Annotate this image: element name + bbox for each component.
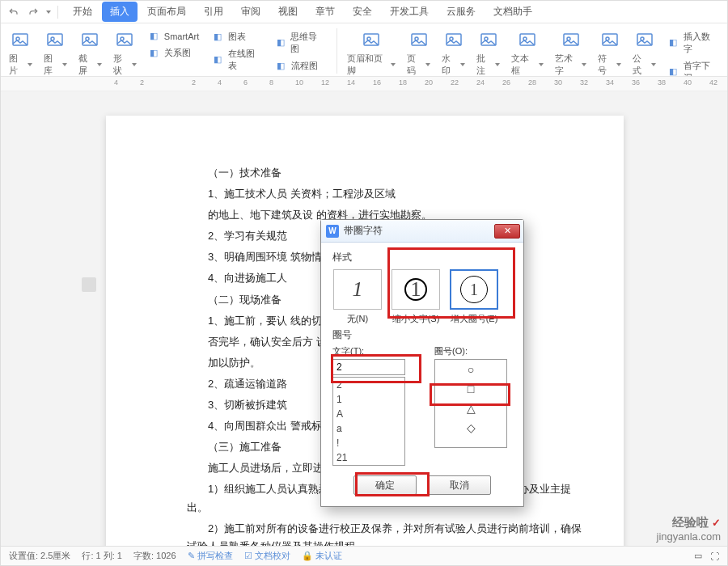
ruler-tick: 20	[425, 78, 433, 87]
style-label: 增大圈号(E)	[451, 313, 498, 325]
tab-引用[interactable]: 引用	[196, 2, 231, 22]
header-footer-label[interactable]: 页眉和页脚	[347, 53, 396, 77]
ruler-tick: 22	[451, 78, 459, 87]
ring-option[interactable]: ○	[435, 360, 506, 379]
quick-dropdown-icon[interactable]	[46, 11, 51, 14]
watermark-btn-icon[interactable]	[442, 28, 465, 51]
status-position: 行: 1 列: 1	[82, 550, 122, 562]
status-proof[interactable]: 文档校对	[255, 551, 290, 560]
cancel-button[interactable]: 取消	[428, 475, 491, 495]
tab-开发工具[interactable]: 开发工具	[382, 2, 437, 22]
ruler-tick: 2	[192, 78, 196, 87]
mindmap-button[interactable]: ◧思维导图	[275, 30, 327, 56]
shapes-icon[interactable]	[113, 28, 136, 51]
wordart-icon[interactable]	[560, 28, 582, 51]
text-option[interactable]: 21	[333, 450, 404, 465]
tab-开始[interactable]: 开始	[65, 2, 100, 22]
text-listbox[interactable]: 21Aa!21	[332, 377, 405, 466]
equation-icon[interactable]	[633, 28, 656, 51]
gallery-icon[interactable]	[44, 28, 66, 51]
symbol-icon[interactable]	[599, 28, 621, 51]
close-button[interactable]: ✕	[494, 224, 520, 239]
ring-option[interactable]: ◇	[435, 418, 506, 437]
ruler-tick: 32	[580, 78, 588, 87]
header-footer-icon[interactable]	[360, 28, 383, 51]
style-option-none[interactable]: 1无(N)	[332, 269, 383, 325]
tab-章节[interactable]: 章节	[307, 2, 343, 22]
ring-option[interactable]: △	[435, 399, 506, 418]
tab-云服务[interactable]: 云服务	[438, 2, 484, 22]
symbol-label[interactable]: 符号	[598, 53, 621, 77]
drop-cap-button[interactable]: ◧首字下沉	[667, 59, 719, 77]
online-chart-button[interactable]: ◧在线图表	[212, 47, 264, 73]
dialog-title: 带圈字符	[344, 224, 494, 238]
text-option[interactable]: 2	[333, 378, 404, 392]
online-chart-icon: ◧	[214, 54, 224, 65]
chart-button[interactable]: ◧图表	[212, 30, 248, 44]
status-wordcount[interactable]: 字数: 1026	[133, 550, 176, 562]
enclosure-section-label: 圈号	[332, 328, 512, 342]
text-option[interactable]: 1	[333, 392, 404, 407]
equation-label[interactable]: 公式	[633, 53, 656, 77]
relation-icon: ◧	[150, 48, 161, 59]
ruler-tick: 12	[321, 78, 329, 87]
status-auth[interactable]: 未认证	[315, 551, 342, 560]
status-setting: 设置值: 2.5厘米	[9, 550, 70, 562]
ok-button[interactable]: 确定	[353, 475, 417, 495]
view-icon[interactable]: ▭	[694, 551, 702, 561]
picture-label[interactable]: 图片	[9, 53, 32, 77]
ruler-tick: 36	[632, 78, 640, 87]
redo-icon[interactable]	[27, 6, 40, 19]
tab-页面布局[interactable]: 页面布局	[139, 2, 194, 22]
ring-label: 圈号(O):	[434, 345, 512, 357]
document-line: 2）施工前对所有的设备进行校正及保养，并对所有试验人员进行岗前培训，确保试验人员…	[187, 520, 591, 546]
undo-icon[interactable]	[7, 6, 20, 19]
fullscreen-icon[interactable]: ⛶	[710, 551, 719, 561]
insert-number-icon: ◧	[669, 37, 679, 49]
ruler-tick: 28	[528, 78, 536, 87]
text-option[interactable]: a	[333, 421, 404, 436]
wordart-label[interactable]: 艺术字	[555, 53, 587, 77]
style-option-big[interactable]: 1增大圈号(E)	[449, 269, 499, 325]
ruler-tick: 26	[502, 78, 510, 87]
gallery-label[interactable]: 图库	[44, 53, 67, 77]
ruler-tick: 24	[476, 78, 485, 87]
text-option[interactable]: A	[333, 407, 404, 421]
text-option[interactable]: !	[333, 436, 404, 450]
style-option-small[interactable]: 1缩小文字(S)	[391, 269, 441, 325]
page-number-icon[interactable]	[408, 28, 430, 51]
textbox-label[interactable]: 文本框	[511, 53, 544, 77]
relation-button[interactable]: ◧关系图	[148, 46, 193, 60]
ruler-tick: 2	[140, 78, 144, 87]
insert-number-button[interactable]: ◧插入数字	[667, 30, 719, 56]
ruler-tick: 8	[269, 78, 273, 87]
ruler-tick: 34	[606, 78, 614, 87]
comment-icon[interactable]	[477, 28, 500, 51]
flowchart-button[interactable]: ◧流程图	[275, 59, 320, 73]
ring-option[interactable]: □	[435, 379, 506, 399]
tab-视图[interactable]: 视图	[270, 2, 306, 22]
screenshot-label[interactable]: 截屏	[78, 53, 102, 77]
smartart-icon: ◧	[150, 31, 161, 42]
comment-label[interactable]: 批注	[476, 53, 500, 77]
shapes-label[interactable]: 形状	[113, 53, 137, 77]
ruler-tick: 30	[554, 78, 562, 87]
picture-icon[interactable]	[9, 28, 32, 51]
ruler-tick: 42	[709, 78, 717, 87]
ruler-tick: 40	[684, 78, 692, 87]
tab-安全[interactable]: 安全	[345, 2, 380, 22]
watermark-btn-label[interactable]: 水印	[442, 53, 465, 77]
textbox-icon[interactable]	[516, 28, 539, 51]
ring-listbox[interactable]: ○□△◇	[434, 359, 507, 448]
tab-审阅[interactable]: 审阅	[233, 2, 269, 22]
screenshot-icon[interactable]	[78, 28, 101, 51]
tab-文档助手[interactable]: 文档助手	[485, 2, 540, 22]
text-input[interactable]	[332, 359, 405, 375]
page-number-label[interactable]: 页码	[407, 53, 430, 77]
smartart-button[interactable]: ◧SmartArt	[148, 30, 201, 43]
mindmap-icon: ◧	[277, 37, 287, 49]
text-label: 文字(T):	[332, 345, 410, 357]
tab-插入[interactable]: 插入	[102, 2, 138, 22]
style-label: 缩小文字(S)	[392, 313, 440, 325]
status-spellcheck[interactable]: 拼写检查	[197, 551, 233, 560]
